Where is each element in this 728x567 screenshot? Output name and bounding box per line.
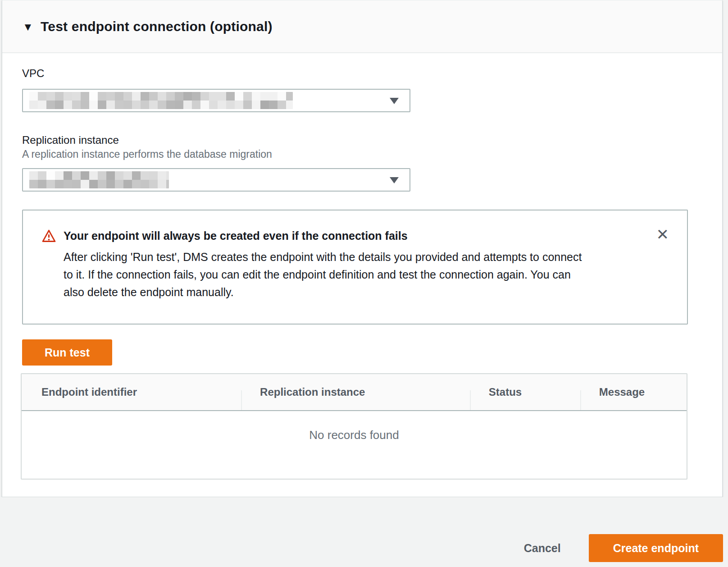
warning-dismiss-button[interactable]: ✕ [656, 227, 669, 242]
run-test-button[interactable]: Run test [22, 339, 112, 366]
warning-triangle-icon [41, 229, 56, 301]
section-body: VPC Replication instance A replication i… [2, 53, 722, 497]
section-header-toggle[interactable]: ▼ Test endpoint connection (optional) [2, 0, 722, 53]
cancel-button[interactable]: Cancel [524, 542, 561, 555]
vpc-field-group: VPC [22, 67, 688, 112]
replication-instance-label: Replication instance [22, 133, 688, 147]
close-icon: ✕ [656, 225, 669, 243]
test-endpoint-connection-section: ▼ Test endpoint connection (optional) VP… [2, 0, 723, 497]
replication-instance-select[interactable] [22, 168, 410, 192]
table-empty-message: No records found [22, 411, 687, 479]
vpc-select[interactable] [22, 89, 410, 112]
warning-content: Your endpoint will always be created eve… [64, 229, 582, 301]
collapse-caret-icon: ▼ [23, 21, 41, 32]
warning-body-line: also delete the endpoint manually. [64, 284, 582, 301]
column-header-replication-instance: Replication instance [241, 374, 470, 410]
warning-alert: Your endpoint will always be created eve… [22, 210, 688, 325]
chevron-down-icon [390, 177, 399, 183]
replication-instance-description: A replication instance performs the data… [22, 148, 688, 160]
vpc-label: VPC [22, 67, 688, 80]
create-endpoint-button[interactable]: Create endpoint [589, 534, 723, 562]
section-title: Test endpoint connection (optional) [41, 19, 273, 34]
chevron-down-icon [390, 98, 399, 104]
column-header-message: Message [580, 374, 687, 410]
test-results-table: Endpoint identifier Replication instance… [21, 373, 687, 480]
page-footer: Cancel Create endpoint [0, 497, 728, 567]
warning-body-line: After clicking 'Run test', DMS creates t… [64, 248, 582, 266]
column-header-endpoint-identifier: Endpoint identifier [22, 374, 241, 410]
warning-body-line: to it. If the connection fails, you can … [64, 266, 582, 284]
table-header-row: Endpoint identifier Replication instance… [22, 374, 687, 411]
redacted-value [29, 92, 293, 109]
replication-instance-field-group: Replication instance A replication insta… [22, 133, 688, 192]
redacted-value [29, 171, 169, 188]
column-header-status: Status [470, 374, 580, 410]
warning-body: After clicking 'Run test', DMS creates t… [64, 248, 582, 301]
warning-title: Your endpoint will always be created eve… [64, 229, 582, 243]
